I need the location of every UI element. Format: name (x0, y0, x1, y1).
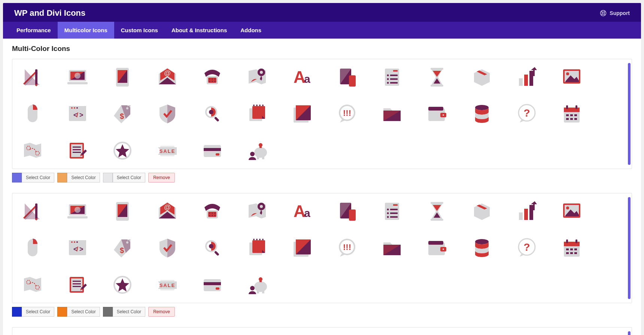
price-tag-dollar-icon[interactable]: .c1{fill:#1b2fcb} .c2{fill:#f07a18} .c3{… (110, 235, 135, 261)
sticky-notes-icon[interactable]: .c1{fill:#1b2fcb} .c2{fill:#f07a18} .c3{… (244, 235, 270, 261)
folder-icon[interactable]: .c1{fill:#6a6be0} .c2{fill:#f0a45a} .c3{… (379, 101, 405, 127)
package-box-icon[interactable]: .c1{fill:#6a6be0} .c2{fill:#f0a45a} .c3{… (469, 64, 495, 90)
bar-chart-up-icon[interactable]: .c1{fill:#1b2fcb} .c2{fill:#f07a18} .c3{… (514, 199, 540, 224)
phone-ringing-icon[interactable]: .c1{fill:#1b2fcb} .c2{fill:#f07a18} .c3{… (200, 199, 225, 224)
mobile-device-icon[interactable]: .c1{fill:#6a6be0} .c2{fill:#f0a45a} .c3{… (334, 64, 360, 90)
envelope-at-icon[interactable]: .c1{fill:#6a6be0} .c2{fill:#f0a45a} .c3{… (155, 64, 180, 90)
piggy-bank-user-icon[interactable]: .c1{fill:#6a6be0} .c2{fill:#f0a45a} .c3{… (244, 138, 270, 163)
star-badge-icon[interactable]: .c1{fill:#6a6be0} .c2{fill:#f0a45a} .c3{… (110, 138, 135, 163)
laptop-globe-icon[interactable]: .c1{fill:#6a6be0} .c2{fill:#f0a45a} .c3{… (65, 64, 90, 90)
color-swatch[interactable] (103, 307, 113, 317)
palette-controls: Select ColorSelect ColorSelect ColorRemo… (12, 173, 632, 182)
typography-aa-icon[interactable]: .c1{fill:#1b2fcb} .c2{fill:#f07a18} .c3{… (289, 199, 315, 224)
laptop-globe-icon[interactable]: .c1{fill:#1b2fcb} .c2{fill:#f07a18} .c3{… (65, 199, 90, 224)
color-swatch[interactable] (103, 173, 113, 182)
credit-card-icon[interactable]: .c1{fill:#1b2fcb} .c2{fill:#f07a18} .c3{… (200, 272, 225, 298)
select-color-button[interactable]: Select Color (67, 173, 100, 182)
speech-alert-icon[interactable]: .c1{fill:#6a6be0} .c2{fill:#f0a45a} .c3{… (334, 101, 360, 127)
phone-ringing-icon[interactable]: .c1{fill:#6a2050} .c2{fill:#d03838} .c3{… (200, 333, 225, 335)
select-color-button[interactable]: Select Color (22, 173, 54, 182)
tab-performance[interactable]: Performance (10, 22, 58, 39)
tablet-screen-icon[interactable]: .c1{fill:#6a2050} .c2{fill:#d03838} .c3{… (110, 333, 135, 335)
tab-about-instructions[interactable]: About & Instructions (165, 22, 234, 39)
question-bubble-icon[interactable]: .c1{fill:#1b2fcb} .c2{fill:#f07a18} .c3{… (514, 235, 540, 261)
hourglass-icon[interactable]: .c1{fill:#6a2050} .c2{fill:#d03838} .c3{… (424, 333, 450, 335)
select-color-button[interactable]: Select Color (22, 307, 54, 317)
picture-frame-icon[interactable]: .c1{fill:#6a2050} .c2{fill:#d03838} .c3{… (559, 333, 584, 335)
price-tag-dollar-icon[interactable]: .c1{fill:#6a6be0} .c2{fill:#f0a45a} .c3{… (110, 101, 135, 127)
bar-chart-up-icon[interactable]: .c1{fill:#6a2050} .c2{fill:#d03838} .c3{… (514, 333, 540, 335)
select-color-button[interactable]: Select Color (113, 173, 145, 182)
package-box-icon[interactable]: .c1{fill:#1b2fcb} .c2{fill:#f07a18} .c3{… (469, 199, 495, 224)
folder-icon[interactable]: .c1{fill:#1b2fcb} .c2{fill:#f07a18} .c3{… (379, 235, 405, 261)
sale-ribbon-icon[interactable]: .c1{fill:#6a6be0} .c2{fill:#f0a45a} .c3{… (155, 138, 180, 163)
database-icon[interactable]: .c1{fill:#1b2fcb} .c2{fill:#f07a18} .c3{… (469, 235, 495, 261)
wallet-icon[interactable]: .c1{fill:#6a6be0} .c2{fill:#f0a45a} .c3{… (424, 101, 450, 127)
palette-controls: Select ColorSelect ColorSelect ColorRemo… (12, 307, 632, 317)
mobile-device-icon[interactable]: .c1{fill:#1b2fcb} .c2{fill:#f07a18} .c3{… (334, 199, 360, 224)
remove-button[interactable]: Remove (148, 173, 175, 182)
magnifying-glass-icon[interactable]: .c1{fill:#1b2fcb} .c2{fill:#f07a18} .c3{… (200, 235, 225, 261)
icon-palette: .c1{fill:#6a2050} .c2{fill:#d03838} .c3{… (12, 327, 632, 335)
sticky-notes-icon[interactable]: .c1{fill:#6a6be0} .c2{fill:#f0a45a} .c3{… (244, 101, 270, 127)
select-color-button[interactable]: Select Color (113, 307, 145, 317)
sale-ribbon-icon[interactable]: .c1{fill:#1b2fcb} .c2{fill:#f07a18} .c3{… (155, 272, 180, 298)
question-bubble-icon[interactable]: .c1{fill:#6a6be0} .c2{fill:#f0a45a} .c3{… (514, 101, 540, 127)
envelope-at-icon[interactable]: .c1{fill:#6a2050} .c2{fill:#d03838} .c3{… (155, 333, 180, 335)
magnifying-glass-icon[interactable]: .c1{fill:#6a6be0} .c2{fill:#f0a45a} .c3{… (200, 101, 225, 127)
code-window-icon[interactable]: .c1{fill:#6a6be0} .c2{fill:#f0a45a} .c3{… (65, 101, 90, 127)
computer-mouse-icon[interactable]: .c1{fill:#6a6be0} .c2{fill:#f0a45a} .c3{… (20, 101, 45, 127)
hourglass-icon[interactable]: .c1{fill:#6a6be0} .c2{fill:#f0a45a} .c3{… (424, 64, 450, 90)
typography-aa-icon[interactable]: .c1{fill:#6a2050} .c2{fill:#d03838} .c3{… (289, 333, 315, 335)
package-box-icon[interactable]: .c1{fill:#6a2050} .c2{fill:#d03838} .c3{… (469, 333, 495, 335)
route-map-icon[interactable]: .c1{fill:#1b2fcb} .c2{fill:#f07a18} .c3{… (20, 272, 45, 298)
color-swatch[interactable] (57, 307, 67, 317)
map-pin-icon[interactable]: .c1{fill:#6a2050} .c2{fill:#d03838} .c3{… (244, 333, 270, 335)
layers-stack-icon[interactable]: .c1{fill:#1b2fcb} .c2{fill:#f07a18} .c3{… (289, 235, 315, 261)
piggy-bank-user-icon[interactable]: .c1{fill:#1b2fcb} .c2{fill:#f07a18} .c3{… (244, 272, 270, 298)
select-color-button[interactable]: Select Color (67, 307, 100, 317)
picture-frame-icon[interactable]: .c1{fill:#1b2fcb} .c2{fill:#f07a18} .c3{… (559, 199, 584, 224)
tab-custom-icons[interactable]: Custom Icons (114, 22, 165, 39)
database-icon[interactable]: .c1{fill:#6a6be0} .c2{fill:#f0a45a} .c3{… (469, 101, 495, 127)
mobile-device-icon[interactable]: .c1{fill:#6a2050} .c2{fill:#d03838} .c3{… (334, 333, 360, 335)
compose-note-icon[interactable]: .c1{fill:#6a6be0} .c2{fill:#f0a45a} .c3{… (65, 138, 90, 163)
document-list-icon[interactable]: .c1{fill:#6a2050} .c2{fill:#d03838} .c3{… (379, 333, 405, 335)
calendar-icon[interactable]: .c1{fill:#6a6be0} .c2{fill:#f0a45a} .c3{… (559, 101, 584, 127)
laptop-globe-icon[interactable]: .c1{fill:#6a2050} .c2{fill:#d03838} .c3{… (65, 333, 90, 335)
hourglass-icon[interactable]: .c1{fill:#1b2fcb} .c2{fill:#f07a18} .c3{… (424, 199, 450, 224)
code-window-icon[interactable]: .c1{fill:#1b2fcb} .c2{fill:#f07a18} .c3{… (65, 235, 90, 261)
speech-alert-icon[interactable]: .c1{fill:#1b2fcb} .c2{fill:#f07a18} .c3{… (334, 235, 360, 261)
document-list-icon[interactable]: .c1{fill:#6a6be0} .c2{fill:#f0a45a} .c3{… (379, 64, 405, 90)
drafting-tools-icon[interactable]: .c1{fill:#6a2050} .c2{fill:#d03838} .c3{… (20, 333, 45, 335)
star-badge-icon[interactable]: .c1{fill:#1b2fcb} .c2{fill:#f07a18} .c3{… (110, 272, 135, 298)
phone-ringing-icon[interactable]: .c1{fill:#6a6be0} .c2{fill:#f0a45a} .c3{… (200, 64, 225, 90)
computer-mouse-icon[interactable]: .c1{fill:#1b2fcb} .c2{fill:#f07a18} .c3{… (20, 235, 45, 261)
color-swatch[interactable] (57, 173, 67, 182)
tab-addons[interactable]: Addons (234, 22, 268, 39)
map-pin-icon[interactable]: .c1{fill:#1b2fcb} .c2{fill:#f07a18} .c3{… (244, 199, 270, 224)
credit-card-icon[interactable]: .c1{fill:#6a6be0} .c2{fill:#f0a45a} .c3{… (200, 138, 225, 163)
tablet-screen-icon[interactable]: .c1{fill:#6a6be0} .c2{fill:#f0a45a} .c3{… (110, 64, 135, 90)
tablet-screen-icon[interactable]: .c1{fill:#1b2fcb} .c2{fill:#f07a18} .c3{… (110, 199, 135, 224)
remove-button[interactable]: Remove (148, 307, 175, 317)
drafting-tools-icon[interactable]: .c1{fill:#1b2fcb} .c2{fill:#f07a18} .c3{… (20, 199, 45, 224)
picture-frame-icon[interactable]: .c1{fill:#6a6be0} .c2{fill:#f0a45a} .c3{… (559, 64, 584, 90)
shield-check-icon[interactable]: .c1{fill:#6a6be0} .c2{fill:#f0a45a} .c3{… (155, 101, 180, 127)
envelope-at-icon[interactable]: .c1{fill:#1b2fcb} .c2{fill:#f07a18} .c3{… (155, 199, 180, 224)
shield-check-icon[interactable]: .c1{fill:#1b2fcb} .c2{fill:#f07a18} .c3{… (155, 235, 180, 261)
calendar-icon[interactable]: .c1{fill:#1b2fcb} .c2{fill:#f07a18} .c3{… (559, 235, 584, 261)
typography-aa-icon[interactable]: .c1{fill:#6a6be0} .c2{fill:#f0a45a} .c3{… (289, 64, 315, 90)
color-swatch[interactable] (12, 173, 22, 182)
bar-chart-up-icon[interactable]: .c1{fill:#6a6be0} .c2{fill:#f0a45a} .c3{… (514, 64, 540, 90)
map-pin-icon[interactable]: .c1{fill:#6a6be0} .c2{fill:#f0a45a} .c3{… (244, 64, 270, 90)
drafting-tools-icon[interactable]: .c1{fill:#6a6be0} .c2{fill:#f0a45a} .c3{… (20, 64, 45, 90)
layers-stack-icon[interactable]: .c1{fill:#6a6be0} .c2{fill:#f0a45a} .c3{… (289, 101, 315, 127)
tab-multicolor-icons[interactable]: Multicolor Icons (58, 22, 114, 39)
route-map-icon[interactable]: .c1{fill:#6a6be0} .c2{fill:#f0a45a} .c3{… (20, 138, 45, 163)
wallet-icon[interactable]: .c1{fill:#1b2fcb} .c2{fill:#f07a18} .c3{… (424, 235, 450, 261)
support-link[interactable]: Support (600, 10, 630, 16)
color-swatch[interactable] (12, 307, 22, 317)
compose-note-icon[interactable]: .c1{fill:#1b2fcb} .c2{fill:#f07a18} .c3{… (65, 272, 90, 298)
document-list-icon[interactable]: .c1{fill:#1b2fcb} .c2{fill:#f07a18} .c3{… (379, 199, 405, 224)
